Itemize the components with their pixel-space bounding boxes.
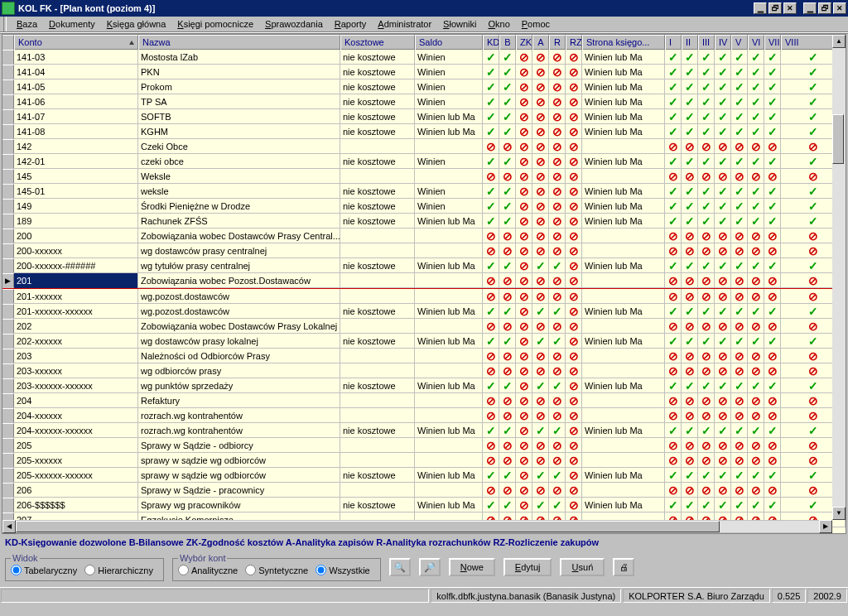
zoom-out-button[interactable]: 🔎 [419, 558, 441, 576]
col-kd[interactable]: KD [483, 35, 499, 50]
cell-b: ⊘ [499, 393, 516, 408]
menu-sprawozdania[interactable]: Sprawozdania [260, 17, 328, 31]
table-row[interactable]: 142-01czeki obcenie kosztoweWinien✓✓⊘⊘⊘⊘… [2, 154, 846, 169]
table-row[interactable]: 203-xxxxxx-xxxxxxwg punktów sprzedażynie… [2, 378, 846, 393]
cell-iii: ⊘ [698, 319, 715, 334]
col-kosztowe[interactable]: Kosztowe [340, 35, 415, 50]
radio-analityczne[interactable]: Analityczne [178, 565, 238, 575]
mdi-close-button[interactable]: ✕ [783, 2, 797, 14]
maximize-button[interactable]: 🗗 [818, 2, 831, 14]
table-row[interactable]: 141-06TP SAnie kosztoweWinien✓✓⊘⊘⊘⊘Winie… [2, 94, 846, 109]
table-row[interactable]: 141-07SOFTBnie kosztoweWinien lub Ma✓✓⊘⊘… [2, 109, 846, 124]
table-row[interactable]: 201-xxxxxx-xxxxxxwg.pozost.dostawcównie … [2, 304, 846, 319]
vertical-thumb[interactable] [832, 114, 844, 164]
col-strona[interactable]: Strona księgo... [582, 35, 665, 50]
horizontal-thumb[interactable] [16, 521, 720, 532]
cell-vii: ⊘ [764, 363, 781, 378]
col-nazwa[interactable]: Nazwa [138, 35, 340, 50]
col-vi[interactable]: VI [748, 35, 764, 50]
menu-ksiega-glowna[interactable]: Księga główna [102, 17, 171, 31]
vertical-scrollbar[interactable]: ▲ ▼ [832, 35, 846, 520]
table-row[interactable]: 141-04PKNnie kosztoweWinien✓✓⊘⊘⊘⊘Winien … [2, 65, 846, 79]
menu-administrator[interactable]: Administrator [373, 17, 436, 31]
table-row[interactable]: 141-05Prokomnie kosztoweWinien✓✓⊘⊘⊘⊘Wini… [2, 79, 846, 94]
menu-pomoc[interactable]: Pomoc [517, 17, 555, 31]
table-row[interactable]: 202Zobowiązania wobec Dostawców Prasy Lo… [2, 319, 846, 334]
cell-ii: ✓ [682, 124, 698, 139]
radio-wszystkie[interactable]: Wszystkie [316, 565, 370, 575]
col-iv[interactable]: IV [715, 35, 731, 50]
scroll-left-button[interactable]: ◀ [2, 520, 16, 533]
table-row[interactable]: 205Sprawy w Sądzie - odbiorcy⊘⊘⊘⊘⊘⊘⊘⊘⊘⊘⊘… [2, 438, 846, 453]
table-row[interactable]: 204-xxxxxx-xxxxxxrozrach.wg kontrahentów… [2, 423, 846, 438]
row-indicator [2, 154, 14, 168]
table-row[interactable]: 204-xxxxxxrozrach.wg kontrahentów⊘⊘⊘⊘⊘⊘⊘… [2, 408, 846, 423]
cell-nazwa: wg tytułów prasy centralnej [138, 258, 340, 273]
col-iii[interactable]: III [698, 35, 715, 50]
close-button[interactable]: ✕ [833, 2, 846, 14]
table-row[interactable]: 141-08KGHMnie kosztoweWinien lub Ma✓✓⊘⊘⊘… [2, 124, 846, 139]
scroll-down-button[interactable]: ▼ [832, 507, 846, 520]
horizontal-scrollbar[interactable]: ◀ ▶ [2, 520, 832, 533]
menu-dokumenty[interactable]: Dokumenty [44, 17, 100, 31]
menu-slowniki[interactable]: Słowniki [438, 17, 481, 31]
usun-button[interactable]: Usuń [560, 558, 605, 576]
col-konto[interactable]: Konto [14, 35, 138, 50]
col-a[interactable]: A [532, 35, 549, 50]
table-row[interactable]: 201-xxxxxxwg.pozost.dostawców⊘⊘⊘⊘⊘⊘⊘⊘⊘⊘⊘… [2, 289, 846, 304]
table-row[interactable]: 205-xxxxxx-xxxxxxsprawy w sądzie wg odbi… [2, 468, 846, 483]
col-i[interactable]: I [665, 35, 682, 50]
accounts-grid[interactable]: Konto Nazwa Kosztowe Saldo KD B ZK A R R… [2, 34, 846, 534]
table-row[interactable]: 205-xxxxxxsprawy w sądzie wg odbiorców⊘⊘… [2, 453, 846, 468]
cell-vii: ✓ [764, 124, 781, 139]
col-b[interactable]: B [499, 35, 516, 50]
radio-hierarchiczny[interactable]: Hierarchiczny [84, 565, 153, 575]
table-row[interactable]: 206Sprawy w Sądzie - pracownicy⊘⊘⊘⊘⊘⊘⊘⊘⊘… [2, 483, 846, 498]
cell-b: ⊘ [499, 289, 516, 304]
grid-body[interactable]: 141-03Mostosta lZabnie kosztoweWinien✓✓⊘… [2, 50, 846, 535]
mdi-minimize-button[interactable]: ▁ [754, 2, 767, 14]
menu-raporty[interactable]: Raporty [330, 17, 372, 31]
radio-syntetyczne[interactable]: Syntetyczne [245, 565, 308, 575]
radio-tabelaryczny[interactable]: Tabelaryczny [11, 565, 77, 575]
table-row[interactable]: 203-xxxxxxwg odbiorców prasy⊘⊘⊘⊘⊘⊘⊘⊘⊘⊘⊘⊘… [2, 363, 846, 378]
table-row[interactable]: 142Czeki Obce⊘⊘⊘⊘⊘⊘⊘⊘⊘⊘⊘⊘⊘⊘ [2, 139, 846, 154]
menu-ksiegi-pomocnicze[interactable]: Księgi pomocnicze [172, 17, 258, 31]
col-vii[interactable]: VII [764, 35, 781, 50]
table-row[interactable]: 200-xxxxxxwg dostawców prasy centralnej⊘… [2, 243, 846, 258]
cell-i: ⊘ [665, 319, 682, 334]
scroll-right-button[interactable]: ▶ [819, 520, 832, 533]
table-row[interactable]: 200-xxxxxx-######wg tytułów prasy centra… [2, 258, 846, 273]
col-saldo[interactable]: Saldo [415, 35, 483, 50]
table-row[interactable]: 206-$$$$$$Sprawy wg pracownikównie koszt… [2, 498, 846, 513]
zoom-in-button[interactable]: 🔍 [389, 558, 411, 576]
cell-iv: ⊘ [715, 319, 731, 334]
cell-kosztowe: nie kosztowe [340, 94, 415, 109]
table-row[interactable]: 200Zobowiązania wobec Dostawców Prasy Ce… [2, 229, 846, 243]
minimize-button[interactable]: ▁ [803, 2, 817, 14]
mdi-maximize-button[interactable]: 🗗 [768, 2, 782, 14]
table-row[interactable]: 141-03Mostosta lZabnie kosztoweWinien✓✓⊘… [2, 50, 846, 65]
table-row[interactable]: 202-xxxxxx wg dostawców prasy lokalnejni… [2, 334, 846, 349]
menu-baza[interactable]: Baza [12, 17, 42, 31]
table-row[interactable]: 201Zobowiązania wobec Pozost.Dostawaców⊘… [2, 273, 846, 288]
table-row[interactable]: 189Rachunek ZFŚSnie kosztoweWinien lub M… [2, 214, 846, 229]
col-v[interactable]: V [731, 35, 748, 50]
cell-vii: ✓ [764, 258, 781, 273]
scroll-up-button[interactable]: ▲ [832, 35, 846, 48]
table-row[interactable]: 203Należności od Odbiorców Prasy⊘⊘⊘⊘⊘⊘⊘⊘… [2, 349, 846, 363]
table-row[interactable]: 145-01wekslenie kosztoweWinien✓✓⊘⊘⊘⊘Wini… [2, 184, 846, 199]
cell-v: ⊘ [731, 229, 748, 243]
menu-okno[interactable]: Okno [483, 17, 514, 31]
table-row[interactable]: 149Środki Pieniężne w Drodzenie kosztowe… [2, 199, 846, 214]
nowe-button[interactable]: Nowe [449, 558, 495, 576]
col-r[interactable]: R [549, 35, 566, 50]
edytuj-button[interactable]: Edytuj [504, 558, 552, 576]
print-button[interactable]: 🖨 [613, 558, 634, 576]
table-row[interactable]: 204Refaktury⊘⊘⊘⊘⊘⊘⊘⊘⊘⊘⊘⊘⊘⊘ [2, 393, 846, 408]
col-zk[interactable]: ZK [516, 35, 532, 50]
col-rz[interactable]: RZ [566, 35, 582, 50]
col-ii[interactable]: II [682, 35, 698, 50]
table-row[interactable]: 145Weksle⊘⊘⊘⊘⊘⊘⊘⊘⊘⊘⊘⊘⊘⊘ [2, 169, 846, 184]
cell-iv: ✓ [715, 109, 731, 124]
